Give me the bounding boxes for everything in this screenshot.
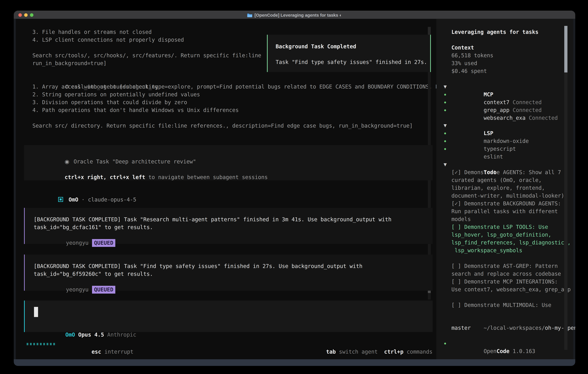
opencode-app: 3. File handles or streams not closed 4.… (16, 19, 573, 359)
task-message-meta: yeongyuQUEUED (34, 231, 433, 239)
agent-model: claude-opus-4-5 (88, 197, 136, 203)
terminal-line: 3. Division operations that could divide… (32, 98, 461, 106)
spinner-dots-icon (27, 343, 55, 345)
todo-section-header[interactable]: ▼Todo (452, 161, 567, 168)
collapse-triangle-icon: ▼ (444, 83, 447, 91)
status-dot-icon (444, 343, 446, 344)
oracle-task-row: ◉Oracle Task "Deep architecture review" (32, 150, 433, 158)
mcp-server-name: websearch_exa (484, 115, 526, 121)
todo-item-line: [ ] Demonstrate AST-GREP: Pattern (452, 262, 567, 270)
folder-icon (247, 13, 252, 17)
path-prefix: ~/local-workspaces/ (484, 325, 545, 331)
todo-heading: Todo (484, 169, 497, 176)
todo-section: ▼Todo [✓] Demonstrate AGENTS: Show all 7… (452, 161, 567, 309)
lsp-item: typescript (452, 137, 567, 145)
app-name-code: Code (497, 348, 509, 354)
workspace-path-line: ~/local-workspaces/oh-my-opencode: (452, 316, 567, 324)
lsp-item: markdown-oxide (452, 129, 567, 137)
todo-item-line: Run parallel tasks with different (452, 208, 567, 215)
terminal-line-tool-call: ⚙call_omo_agent [subagent_type=explore, … (32, 75, 461, 83)
status-dot-icon (444, 133, 446, 134)
todo-item-line: [✓] Demonstrate BACKGROUND AGENTS: (452, 200, 567, 208)
status-dot-icon (444, 140, 446, 142)
agent-name: OmO (69, 197, 78, 203)
toast-title: Background Task Completed (276, 43, 430, 51)
task-message-line1: [BACKGROUND TASK COMPLETED] Task "Resear… (34, 216, 433, 223)
lsp-item: eslint (452, 145, 567, 153)
todo-item-line: document-writer, multimodal-looker) (452, 192, 567, 200)
ctrlp-key-label: ctrl+p (384, 349, 404, 355)
status-dot-icon (444, 94, 446, 96)
lsp-section: ▼LSP markdown-oxide typescript eslint (452, 122, 567, 153)
context-used: 33% used (452, 59, 567, 67)
collapse-triangle-icon: ▼ (444, 161, 447, 168)
hint-gap (378, 349, 384, 355)
status-bar: esc interrupt tab switch agent ctrl+p co… (16, 340, 434, 348)
terminal-line: 4. Path operations that don't handle Win… (32, 106, 461, 114)
separator-dot: · (78, 197, 88, 203)
lsp-section-header[interactable]: ▼LSP (452, 122, 567, 129)
task-message-line2: task_id="bg_6f59260c" to get results. (34, 270, 433, 278)
esc-key-label: esc (92, 349, 101, 355)
sidebar-scrollbar-thumb[interactable] (564, 26, 567, 73)
mcp-item: grep_app Connected (452, 98, 567, 106)
session-title: Leveraging agents for tasks (452, 28, 567, 36)
context-spent: $0.46 spent (452, 67, 567, 75)
status-dot-icon (444, 148, 446, 150)
mcp-item: context7 Connected (452, 91, 567, 98)
mcp-section: ▼MCP context7 Connected grep_app Connect… (452, 83, 567, 114)
repo-name: oh-my-opencode: (545, 325, 575, 331)
todo-item-line: models (452, 215, 567, 223)
context-tokens: 66,518 tokens (452, 52, 567, 59)
mcp-section-header[interactable]: ▼MCP (452, 83, 567, 91)
workspace-path: ~/local-workspaces/oh-my-opencode: maste… (452, 316, 567, 332)
todo-item-line: search and replace across codebase (452, 270, 567, 278)
task-message-meta: yeongyuQUEUED (34, 278, 433, 286)
terminal-line: 2. String operations on potentially unde… (32, 91, 461, 98)
todo-item-line (452, 254, 567, 262)
model-selector-row[interactable]: OmO Opus 4.5 Anthropic (33, 323, 136, 331)
app-version-number: 1.0.163 (509, 348, 535, 354)
hint-text: to navigate between subagent sessions (145, 174, 268, 180)
background-task-toast: Background Task Completed Task "Find typ… (267, 35, 431, 72)
omo-agent-icon (58, 197, 63, 202)
todo-item-line: [ ] Demonstrate MULTIMODAL: Use (452, 301, 567, 309)
task-author: yeongyu (66, 287, 89, 293)
todo-item-line: [ ] Demonstrate LSP TOOLS: Use (452, 223, 567, 231)
terminal-window: [OpenCode] Leveraging agents for tasks ◐… (14, 11, 575, 366)
oracle-icon: ◉ (65, 158, 74, 166)
ctrlp-action-label: commands (404, 349, 432, 355)
todo-item-line: librarian, explore, frontend, (452, 184, 567, 192)
window-bottom-frame (14, 359, 575, 366)
lsp-server-name: eslint (484, 154, 503, 160)
task-message-line2: task_id="bg_dcfac161" to get results. (34, 223, 433, 231)
collapse-triangle-icon: ▼ (444, 122, 447, 129)
terminal-line (32, 114, 461, 122)
status-dot-icon (444, 109, 446, 111)
app-name-open: Open (484, 348, 497, 354)
navigation-hint-row: ctrl+x right, ctrl+x left to navigate be… (32, 166, 433, 173)
background-task-message: [BACKGROUND TASK COMPLETED] Task "Find t… (24, 255, 433, 291)
oracle-task-panel: ◉Oracle Task "Deep architecture review" … (24, 145, 433, 180)
todo-item-line (452, 293, 567, 301)
provider-label: Anthropic (104, 332, 136, 338)
text-cursor (34, 307, 38, 317)
queued-badge: QUEUED (92, 239, 116, 247)
queued-badge: QUEUED (92, 286, 116, 294)
sidebar-scrollbar[interactable] (564, 26, 567, 350)
hint-shortcut-keys: ctrl+x right, ctrl+x left (65, 174, 145, 180)
prompt-input[interactable]: OmO Opus 4.5 Anthropic (24, 301, 433, 332)
tab-action-label: switch agent (336, 349, 378, 355)
background-task-message: [BACKGROUND TASK COMPLETED] Task "Resear… (24, 208, 433, 244)
todo-item-line: lsp_workspace_symbols (452, 247, 567, 254)
session-sidebar: Leveraging agents for tasks Context 66,5… (436, 19, 573, 359)
mcp-item: websearch_exa Connected (452, 106, 567, 114)
main-scrollbar-thumb-top[interactable] (428, 27, 431, 35)
todo-item-line: [ ] Demonstrate MCP INTEGRATIONS: (452, 278, 567, 286)
window-titlebar[interactable]: [OpenCode] Leveraging agents for tasks ◐ (14, 11, 575, 19)
status-dot-icon (444, 102, 446, 104)
task-message-line1: [BACKGROUND TASK COMPLETED] Task "Find t… (34, 262, 433, 270)
todo-item-line: Use context7, websearch_exa, grep_app (452, 286, 567, 293)
chat-main-panel: 3. File handles or streams not closed 4.… (16, 19, 434, 359)
esc-action-label: interrupt (101, 349, 134, 355)
